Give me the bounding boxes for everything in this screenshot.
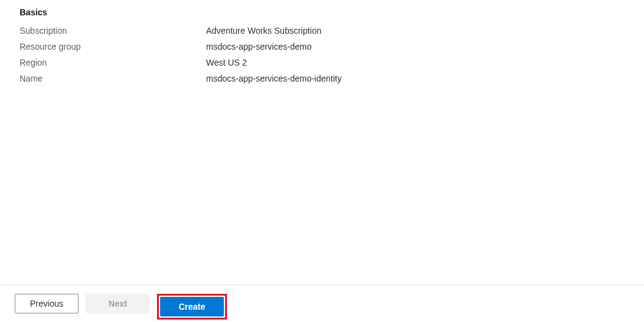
value-resource-group: msdocs-app-services-demo — [206, 42, 312, 52]
summary-row: Subscription Adventure Works Subscriptio… — [20, 26, 624, 36]
value-subscription: Adventure Works Subscription — [206, 26, 321, 36]
summary-row: Resource group msdocs-app-services-demo — [20, 42, 624, 52]
create-button[interactable]: Create — [160, 297, 224, 316]
previous-button[interactable]: Previous — [15, 294, 79, 313]
next-button: Next — [86, 294, 150, 313]
summary-section: Basics Subscription Adventure Works Subs… — [0, 0, 644, 83]
label-resource-group: Resource group — [20, 42, 206, 52]
label-name: Name — [20, 74, 206, 83]
label-region: Region — [20, 58, 206, 67]
section-heading-basics: Basics — [20, 7, 624, 17]
wizard-footer: Previous Next Create — [0, 285, 644, 322]
summary-row: Name msdocs-app-services-demo-identity — [20, 74, 624, 83]
value-region: West US 2 — [206, 58, 247, 67]
summary-row: Region West US 2 — [20, 58, 624, 67]
value-name: msdocs-app-services-demo-identity — [206, 74, 342, 83]
label-subscription: Subscription — [20, 26, 206, 36]
create-button-highlight: Create — [157, 294, 227, 320]
